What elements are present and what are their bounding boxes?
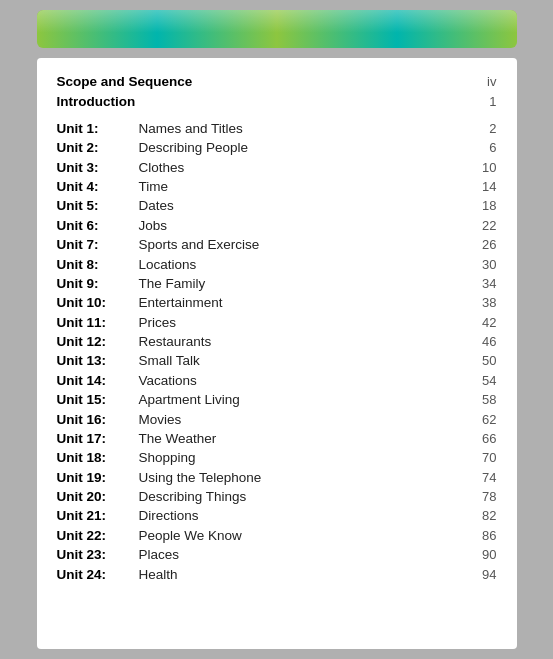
toc-unit-row: Unit 15: Apartment Living 58	[57, 390, 497, 409]
unit-page: 78	[467, 487, 497, 506]
spacer-row	[57, 111, 497, 119]
unit-label: Unit 24:	[57, 564, 137, 583]
toc-unit-row: Unit 10: Entertainment 38	[57, 293, 497, 312]
unit-title: Movies	[137, 409, 467, 428]
unit-page: 70	[467, 448, 497, 467]
unit-title: Apartment Living	[137, 390, 467, 409]
front-matter-row: Introduction 1	[57, 91, 497, 110]
unit-title: The Weather	[137, 429, 467, 448]
unit-title: Time	[137, 177, 467, 196]
unit-title: Clothes	[137, 158, 467, 177]
toc-unit-row: Unit 18: Shopping 70	[57, 448, 497, 467]
unit-label: Unit 4:	[57, 177, 137, 196]
unit-label: Unit 2:	[57, 138, 137, 157]
unit-label: Unit 14:	[57, 371, 137, 390]
unit-label: Unit 12:	[57, 332, 137, 351]
unit-page: 26	[467, 235, 497, 254]
unit-page: 6	[467, 138, 497, 157]
unit-title: Sports and Exercise	[137, 235, 467, 254]
unit-page: 86	[467, 526, 497, 545]
toc-unit-row: Unit 9: The Family 34	[57, 274, 497, 293]
unit-title: Jobs	[137, 216, 467, 235]
unit-title: Entertainment	[137, 293, 467, 312]
unit-title: Directions	[137, 506, 467, 525]
front-matter-page: iv	[467, 72, 497, 91]
toc-unit-row: Unit 11: Prices 42	[57, 313, 497, 332]
unit-label: Unit 23:	[57, 545, 137, 564]
unit-label: Unit 8:	[57, 254, 137, 273]
unit-label: Unit 21:	[57, 506, 137, 525]
unit-label: Unit 3:	[57, 158, 137, 177]
toc-unit-row: Unit 16: Movies 62	[57, 409, 497, 428]
unit-label: Unit 15:	[57, 390, 137, 409]
unit-title: Shopping	[137, 448, 467, 467]
toc-unit-row: Unit 2: Describing People 6	[57, 138, 497, 157]
toc-unit-row: Unit 17: The Weather 66	[57, 429, 497, 448]
toc-unit-row: Unit 13: Small Talk 50	[57, 351, 497, 370]
unit-title: Small Talk	[137, 351, 467, 370]
toc-unit-row: Unit 3: Clothes 10	[57, 158, 497, 177]
unit-label: Unit 17:	[57, 429, 137, 448]
unit-label: Unit 9:	[57, 274, 137, 293]
unit-page: 30	[467, 254, 497, 273]
unit-page: 58	[467, 390, 497, 409]
unit-page: 50	[467, 351, 497, 370]
front-matter-label: Scope and Sequence	[57, 72, 467, 91]
toc-unit-row: Unit 22: People We Know 86	[57, 526, 497, 545]
unit-title: Locations	[137, 254, 467, 273]
unit-page: 34	[467, 274, 497, 293]
unit-page: 74	[467, 468, 497, 487]
unit-page: 94	[467, 564, 497, 583]
unit-title: Dates	[137, 196, 467, 215]
unit-page: 46	[467, 332, 497, 351]
unit-page: 90	[467, 545, 497, 564]
unit-page: 54	[467, 371, 497, 390]
toc-unit-row: Unit 7: Sports and Exercise 26	[57, 235, 497, 254]
toc-unit-row: Unit 6: Jobs 22	[57, 216, 497, 235]
toc-unit-row: Unit 19: Using the Telephone 74	[57, 468, 497, 487]
unit-title: Describing Things	[137, 487, 467, 506]
unit-page: 2	[467, 119, 497, 138]
unit-title: Using the Telephone	[137, 468, 467, 487]
unit-page: 82	[467, 506, 497, 525]
unit-label: Unit 18:	[57, 448, 137, 467]
unit-label: Unit 20:	[57, 487, 137, 506]
unit-page: 10	[467, 158, 497, 177]
unit-page: 42	[467, 313, 497, 332]
unit-title: Vacations	[137, 371, 467, 390]
unit-title: Restaurants	[137, 332, 467, 351]
toc-unit-row: Unit 21: Directions 82	[57, 506, 497, 525]
unit-page: 18	[467, 196, 497, 215]
unit-label: Unit 19:	[57, 468, 137, 487]
toc-unit-row: Unit 8: Locations 30	[57, 254, 497, 273]
unit-title: Places	[137, 545, 467, 564]
unit-label: Unit 6:	[57, 216, 137, 235]
unit-title: The Family	[137, 274, 467, 293]
unit-label: Unit 13:	[57, 351, 137, 370]
unit-label: Unit 16:	[57, 409, 137, 428]
unit-label: Unit 1:	[57, 119, 137, 138]
toc-unit-row: Unit 1: Names and Titles 2	[57, 119, 497, 138]
toc-unit-row: Unit 5: Dates 18	[57, 196, 497, 215]
unit-title: People We Know	[137, 526, 467, 545]
unit-title: Health	[137, 564, 467, 583]
unit-title: Describing People	[137, 138, 467, 157]
contents-box: Scope and Sequence iv Introduction 1 Uni…	[37, 58, 517, 649]
toc-unit-row: Unit 12: Restaurants 46	[57, 332, 497, 351]
front-matter-page: 1	[467, 91, 497, 110]
unit-label: Unit 7:	[57, 235, 137, 254]
unit-page: 62	[467, 409, 497, 428]
toc-unit-row: Unit 20: Describing Things 78	[57, 487, 497, 506]
unit-page: 14	[467, 177, 497, 196]
unit-title: Prices	[137, 313, 467, 332]
unit-label: Unit 22:	[57, 526, 137, 545]
unit-label: Unit 10:	[57, 293, 137, 312]
front-matter-label: Introduction	[57, 91, 467, 110]
unit-page: 66	[467, 429, 497, 448]
toc-unit-row: Unit 23: Places 90	[57, 545, 497, 564]
toc-unit-row: Unit 14: Vacations 54	[57, 371, 497, 390]
toc-unit-row: Unit 4: Time 14	[57, 177, 497, 196]
unit-label: Unit 5:	[57, 196, 137, 215]
unit-title: Names and Titles	[137, 119, 467, 138]
unit-label: Unit 11:	[57, 313, 137, 332]
